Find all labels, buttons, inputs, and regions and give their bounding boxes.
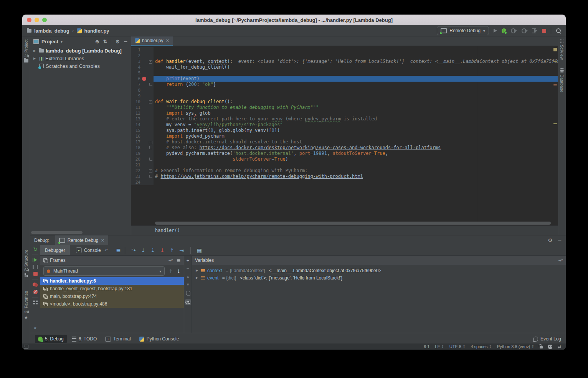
editor-gutter[interactable]: 18 [131,145,154,151]
run-with-configuration-button[interactable] [532,28,537,33]
close-session-icon[interactable]: × [101,238,104,243]
rerun-button[interactable]: ↻ [33,247,38,251]
move-up-button[interactable]: ▲ [187,275,189,279]
tool-stripe-database[interactable]: Database [560,68,564,92]
stop-debug-button[interactable] [33,272,38,276]
editor-gutter[interactable]: 24 [131,179,154,185]
editor-gutter[interactable]: 14 [131,122,154,128]
variables-pin-icon[interactable]: →* [558,258,563,263]
editor-gutter[interactable]: 17 [131,139,154,145]
editor-gutter[interactable]: 22 [131,168,154,174]
code-editor[interactable]: 123def handler(event, context): event: <… [131,46,558,225]
editor-gutter[interactable]: 11 [131,105,154,110]
settings-gear-button[interactable]: ⚙ [115,39,120,44]
step-out-icon[interactable]: ↑ [167,247,177,253]
highlighting-level-icon[interactable] [548,345,552,349]
editor-gutter[interactable]: 3 [131,59,154,64]
lock-icon[interactable] [540,346,543,348]
debug-session-tab[interactable]: Remote Debug × [55,235,109,245]
step-over-icon[interactable]: ↷ [129,247,139,253]
editor-gutter[interactable]: 23 [131,174,154,179]
fold-marker[interactable] [149,60,152,64]
project-tree-item[interactable]: ▶lambda_debug [Lambda Debug] [30,47,131,54]
expand-icon[interactable]: ▶ [196,276,199,279]
project-panel-title[interactable]: Project [41,39,58,44]
tool-stripe-favorites[interactable]: 2: Favorites ★ [22,291,30,320]
force-step-into-icon[interactable]: ↓ [158,247,167,253]
tool-stripe-structure[interactable]: 7: Structure [22,250,30,277]
editor-gutter[interactable]: 15 [131,128,154,133]
fold-marker[interactable] [149,100,152,104]
run-configuration-select[interactable]: Remote Debug ▾ [437,26,489,35]
project-tree-item[interactable]: Scratches and Consoles [30,62,131,70]
status-item[interactable]: UTF-8⇕ [449,344,466,349]
toolwindow-button--debug[interactable]: 5: Debug [35,335,67,343]
tree-expand-icon[interactable]: ▶ [33,57,37,60]
toolwindow-corner-icon[interactable] [24,345,28,349]
editor-gutter[interactable]: 5 [131,70,154,76]
tool-stripe-sciview[interactable]: SciView [560,39,564,60]
editor-gutter[interactable]: 4 [131,64,154,70]
editor-gutter[interactable]: 2 [131,53,154,59]
fold-marker[interactable] [149,169,152,173]
editor-gutter[interactable]: 13 [131,116,154,122]
variable-row[interactable]: ▶context = {LambdaContext} <__main__.Lam… [192,267,566,274]
close-window-button[interactable] [27,18,31,22]
breadcrumb-file[interactable]: handler.py [84,28,109,34]
stop-button[interactable] [542,29,546,33]
toolwindow-button-terminal[interactable]: ›Terminal [102,335,134,343]
editor-gutter[interactable]: 10 [131,99,154,105]
move-down-button[interactable]: ▼ [187,283,189,287]
mute-breakpoints-button[interactable] [33,290,38,294]
editor-gutter[interactable]: 20 [131,156,154,162]
more-actions-button[interactable]: » [34,325,36,330]
restore-layout-button[interactable] [33,301,38,304]
fold-marker[interactable] [149,141,152,144]
status-item[interactable]: Python 3.8 (venv)⇕ [497,344,534,349]
thread-selector[interactable]: MainThread ▾ [43,266,165,276]
minimize-window-button[interactable] [35,18,39,22]
tab-console[interactable]: ▸ Console →* [71,245,112,255]
stack-frame-row[interactable]: <module>, bootstrap.py:486 [40,300,184,308]
stack-frame-row[interactable]: handler, handler.py:6 [40,277,184,285]
previous-frame-button[interactable]: ↑ [168,268,173,274]
view-breakpoints-button[interactable] [33,283,38,287]
editor-gutter[interactable]: 21 [131,162,154,168]
status-item[interactable]: LF⇕ [435,344,444,349]
profile-button[interactable] [511,28,517,33]
editor-tab-handler[interactable]: handler.py × [131,36,173,46]
editor-gutter[interactable]: 19 [131,151,154,156]
editor-horizontal-scrollbar[interactable] [155,222,551,225]
remove-watch-button[interactable]: − [187,267,190,271]
editor-gutter[interactable]: 7 [131,82,154,87]
editor-gutter[interactable]: 9 [131,93,154,99]
editor-gutter[interactable]: 16 [131,133,154,139]
run-to-cursor-icon[interactable]: ⇥ [177,247,187,253]
show-execution-point-button[interactable]: ≡ [116,247,121,254]
status-item[interactable]: 6:1 [424,344,429,349]
frames-menu-icon[interactable]: ≡ [177,258,181,263]
editor-area[interactable]: handler.py × 123def handler(event, conte… [131,36,558,235]
scope-breadcrumb[interactable]: handler() [155,228,180,233]
editor-gutter[interactable]: 1 [131,47,154,53]
search-everywhere-button[interactable] [556,28,561,33]
status-item[interactable]: 4 spaces⇕ [471,344,492,349]
run-button[interactable] [494,29,497,33]
coverage-button[interactable] [522,28,528,33]
breakpoint-dot[interactable] [142,77,146,81]
evaluate-expression-button[interactable]: ▦ [197,247,202,253]
show-watches-button[interactable] [185,299,191,305]
stack-frame-row[interactable]: handle_event_request, bootstrap.py:131 [40,285,184,293]
fold-marker[interactable] [149,83,152,86]
fold-marker[interactable] [149,175,152,178]
fold-marker[interactable] [149,158,152,161]
add-watch-button[interactable]: + [187,259,190,263]
step-into-my-code-icon[interactable]: ⇣ [148,247,158,253]
next-frame-button[interactable]: ↓ [177,268,181,274]
resume-button[interactable] [34,258,37,262]
close-tab-icon[interactable]: × [165,38,169,43]
variable-row[interactable]: ▶event = {dict} <class 'dict'>: {'messag… [192,274,566,281]
debug-button[interactable] [502,28,506,33]
frames-pin-icon[interactable]: →* [168,258,173,263]
toolwindow-button--todo[interactable]: 6: TODO [69,335,100,343]
